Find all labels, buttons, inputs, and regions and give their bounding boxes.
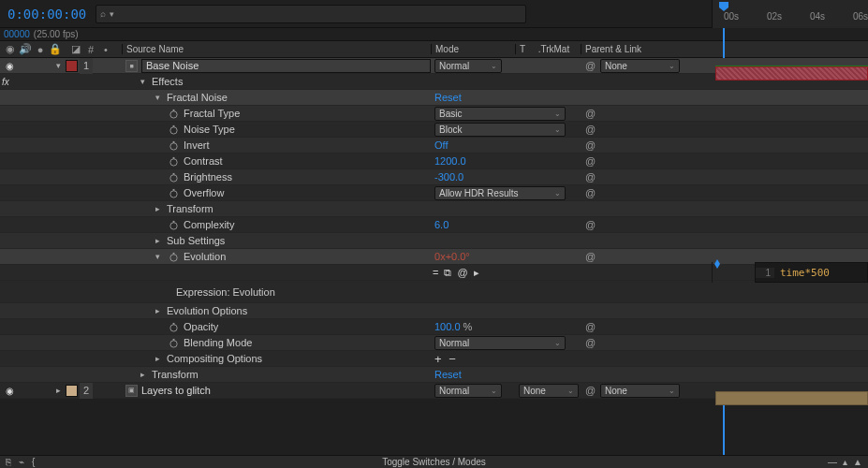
property-value[interactable]: -300.0 bbox=[434, 171, 463, 183]
pickwhip-icon[interactable]: @ bbox=[584, 321, 596, 333]
stopwatch-icon[interactable] bbox=[167, 139, 180, 152]
property-value[interactable]: 6.0 bbox=[434, 219, 449, 230]
parent-dropdown[interactable]: None⌄ bbox=[600, 59, 680, 73]
twirl-down-icon[interactable]: ▾ bbox=[152, 93, 163, 102]
parent-dropdown[interactable]: None⌄ bbox=[600, 384, 680, 398]
property-dropdown[interactable]: Normal⌄ bbox=[434, 336, 566, 350]
stopwatch-icon[interactable] bbox=[167, 170, 180, 183]
property-dropdown[interactable]: Allow HDR Results⌄ bbox=[434, 186, 566, 200]
property-dropdown[interactable]: Block⌄ bbox=[434, 123, 566, 137]
property-row[interactable]: Complexity 6.0 @ bbox=[0, 217, 868, 233]
layer-row[interactable]: ◉ ▾ 1 ■ Base Noise Normal⌄ @ None⌄ bbox=[0, 58, 868, 74]
expression-language-icon[interactable]: ▸ bbox=[474, 267, 479, 279]
number-column-header[interactable]: # bbox=[84, 43, 97, 56]
property-group-row[interactable]: ▸ Compositing Options + − bbox=[0, 351, 868, 367]
property-group-row[interactable]: ▸ Sub Settings bbox=[0, 233, 868, 249]
property-value[interactable]: 100.0 bbox=[434, 321, 461, 332]
lock-column-icon[interactable]: 🔒 bbox=[49, 43, 62, 56]
toggle-expand-button[interactable]: { bbox=[32, 457, 35, 467]
current-time-input[interactable]: 0:00:00:00 bbox=[4, 7, 90, 22]
add-remove-buttons[interactable]: + − bbox=[434, 352, 458, 366]
rotation-degrees[interactable]: +0.0° bbox=[446, 251, 470, 262]
layer-color-swatch[interactable] bbox=[66, 60, 78, 72]
property-row[interactable]: Blending Mode Normal⌄ @ bbox=[0, 335, 868, 351]
source-name-column-header[interactable]: Source Name bbox=[122, 44, 431, 54]
expression-code[interactable]: time*500 bbox=[774, 267, 830, 279]
stopwatch-icon[interactable] bbox=[167, 250, 180, 263]
video-column-icon[interactable]: ◉ bbox=[4, 43, 17, 56]
mode-column-header[interactable]: Mode bbox=[431, 44, 515, 54]
pickwhip-icon[interactable]: @ bbox=[584, 171, 596, 183]
layer-color-swatch[interactable] bbox=[66, 385, 78, 397]
layer-name[interactable]: Layers to glitch bbox=[141, 385, 211, 396]
stopwatch-icon[interactable] bbox=[167, 218, 180, 231]
property-row[interactable]: Invert Off @ bbox=[0, 138, 868, 154]
twirl-right-icon[interactable]: ▸ bbox=[152, 236, 163, 245]
twirl-right-icon[interactable]: ▸ bbox=[152, 204, 163, 213]
time-ruler[interactable]: 00s 02s 04s 06s bbox=[712, 0, 868, 28]
twirl-right-icon[interactable]: ▸ bbox=[152, 354, 163, 363]
stopwatch-icon[interactable] bbox=[167, 154, 180, 168]
zoom-out-icon[interactable]: ▴ bbox=[843, 457, 847, 467]
twirl-down-icon[interactable]: ▾ bbox=[52, 61, 64, 70]
toggle-switches-modes-button[interactable]: Toggle Switches / Modes bbox=[382, 457, 486, 467]
property-value[interactable]: 1200.0 bbox=[434, 155, 466, 167]
transform-group-row[interactable]: ▸ Transform Reset bbox=[0, 367, 868, 383]
trkmat-dropdown[interactable]: None⌄ bbox=[519, 384, 579, 398]
audio-column-icon[interactable]: 🔊 bbox=[19, 43, 32, 56]
pickwhip-icon[interactable]: @ bbox=[584, 385, 596, 397]
twirl-right-icon[interactable]: ▸ bbox=[152, 306, 163, 315]
reset-button[interactable]: Reset bbox=[434, 369, 462, 380]
label-column-icon[interactable]: ◪ bbox=[69, 43, 82, 56]
property-row[interactable]: Fractal Type Basic⌄ @ bbox=[0, 106, 868, 122]
brainstorm-button[interactable]: ⌁ bbox=[19, 457, 24, 467]
pickwhip-icon[interactable]: @ bbox=[584, 187, 596, 199]
twirl-right-icon[interactable]: ▸ bbox=[137, 370, 148, 379]
expression-pickwhip-icon[interactable]: @ bbox=[457, 267, 467, 279]
property-row[interactable]: Brightness -300.0 @ bbox=[0, 169, 868, 185]
video-toggle[interactable]: ◉ bbox=[4, 60, 15, 71]
property-row[interactable]: Noise Type Block⌄ @ bbox=[0, 122, 868, 138]
property-group-row[interactable]: ▸ Evolution Options bbox=[0, 303, 868, 319]
trkmat-column-header[interactable]: .TrkMat bbox=[538, 44, 570, 54]
property-dropdown[interactable]: Basic⌄ bbox=[434, 107, 566, 121]
expression-enable-icon[interactable]: = bbox=[433, 267, 438, 279]
property-row[interactable]: Overflow Allow HDR Results⌄ @ bbox=[0, 185, 868, 201]
pickwhip-icon[interactable]: @ bbox=[584, 155, 596, 168]
pickwhip-icon[interactable]: @ bbox=[584, 139, 596, 152]
trkmat-t-header[interactable]: T bbox=[520, 44, 525, 54]
property-value[interactable]: Off bbox=[434, 139, 448, 151]
twirl-right-icon[interactable]: ▸ bbox=[52, 386, 64, 395]
reset-button[interactable]: Reset bbox=[434, 92, 462, 103]
zoom-to-frame-button[interactable]: — bbox=[828, 457, 837, 467]
property-row[interactable]: Opacity 100.0 % @ bbox=[0, 319, 868, 335]
twirl-down-icon[interactable]: ▾ bbox=[152, 252, 163, 261]
stopwatch-icon[interactable] bbox=[167, 107, 180, 120]
zoom-in-icon[interactable]: ▲ bbox=[853, 457, 862, 467]
pickwhip-icon[interactable]: @ bbox=[584, 60, 596, 72]
stopwatch-icon[interactable] bbox=[167, 320, 180, 333]
blend-mode-dropdown[interactable]: Normal⌄ bbox=[434, 384, 502, 398]
pickwhip-icon[interactable]: @ bbox=[584, 251, 596, 263]
property-row[interactable]: Contrast 1200.0 @ bbox=[0, 154, 868, 169]
pickwhip-icon[interactable]: @ bbox=[584, 124, 596, 136]
pickwhip-icon[interactable]: @ bbox=[584, 108, 596, 120]
layer-name-input[interactable]: Base Noise bbox=[141, 59, 431, 73]
video-toggle[interactable]: ◉ bbox=[4, 385, 15, 396]
stopwatch-icon[interactable] bbox=[167, 186, 180, 199]
shy-column-icon[interactable]: • bbox=[99, 43, 112, 56]
layer-search-input[interactable]: ⌕▾ bbox=[96, 5, 526, 23]
twirl-down-icon[interactable]: ▾ bbox=[137, 77, 148, 86]
stopwatch-icon[interactable] bbox=[167, 123, 180, 136]
solo-column-icon[interactable]: ● bbox=[34, 43, 47, 56]
property-group-row[interactable]: ▸ Transform bbox=[0, 201, 868, 217]
expression-graph-icon[interactable]: ⧉ bbox=[444, 267, 451, 279]
expression-editor[interactable]: 1 time*500 bbox=[755, 262, 868, 283]
pickwhip-icon[interactable]: @ bbox=[584, 219, 596, 231]
layer-row[interactable]: ◉ ▸ 2 ▣ Layers to glitch Normal⌄ None⌄ @… bbox=[0, 383, 868, 399]
parent-column-header[interactable]: Parent & Link bbox=[581, 44, 712, 54]
pickwhip-icon[interactable]: @ bbox=[584, 337, 596, 349]
stopwatch-icon[interactable] bbox=[167, 336, 180, 349]
effect-row[interactable]: ▾ Fractal Noise Reset bbox=[0, 90, 868, 106]
render-queue-button[interactable]: ⎘ bbox=[6, 457, 11, 467]
